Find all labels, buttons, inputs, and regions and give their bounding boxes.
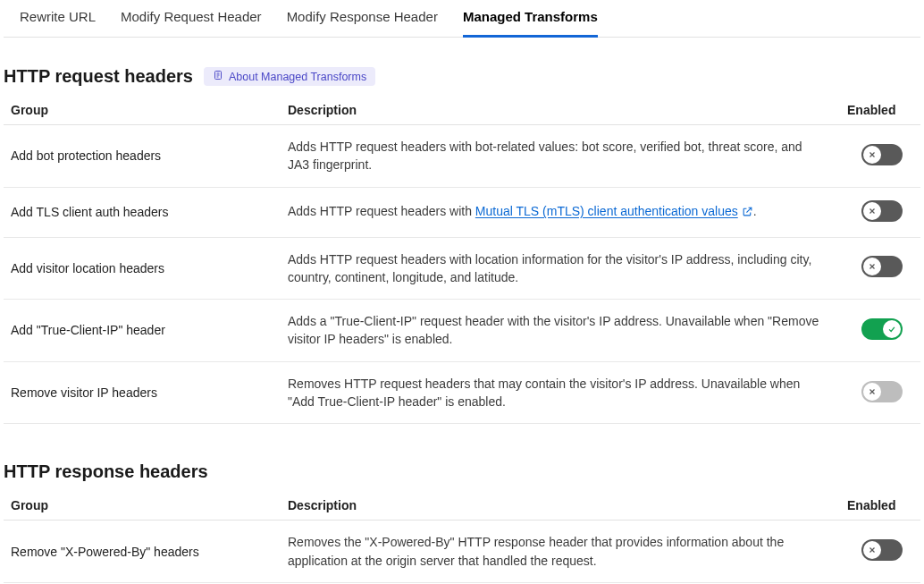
tab-rewrite-url[interactable]: Rewrite URL	[20, 0, 96, 38]
mtls-values-link[interactable]: Mutual TLS (mTLS) client authentication …	[475, 204, 738, 218]
x-icon	[863, 383, 881, 401]
table-row: Remove visitor IP headersRemoves HTTP re…	[4, 361, 920, 424]
section-title-response: HTTP response headers	[4, 461, 208, 482]
external-link-icon	[742, 204, 753, 222]
table-row: Remove "X-Powered-By" headersRemoves the…	[4, 521, 920, 583]
row-enabled	[840, 125, 920, 188]
row-description: Adds HTTP request headers with bot-relat…	[281, 125, 840, 188]
x-icon	[863, 541, 881, 559]
tabs-bar: Rewrite URL Modify Request Header Modify…	[4, 0, 920, 38]
row-description: Adds HTTP request headers with Mutual TL…	[281, 187, 840, 237]
row-group: Add bot protection headers	[4, 125, 281, 188]
row-enabled	[840, 187, 920, 237]
row-description: Removes the "X-Powered-By" HTTP response…	[281, 521, 840, 583]
row-enabled	[840, 237, 920, 300]
table-row: Add visitor location headersAdds HTTP re…	[4, 237, 920, 300]
row-group: Remove visitor IP headers	[4, 361, 281, 424]
tab-modify-response-header[interactable]: Modify Response Header	[287, 0, 438, 38]
row-enabled	[840, 521, 920, 583]
table-row: Add "True-Client-IP" headerAdds a "True-…	[4, 300, 920, 362]
response-headers-table: Group Description Enabled Remove "X-Powe…	[4, 491, 920, 584]
toggle[interactable]	[861, 256, 903, 277]
row-group: Add TLS client auth headers	[4, 187, 281, 237]
x-icon	[863, 146, 881, 164]
col-header-enabled: Enabled	[840, 491, 920, 521]
x-icon	[863, 258, 881, 275]
toggle	[861, 381, 903, 402]
col-header-enabled: Enabled	[840, 96, 920, 125]
row-description: Adds a "True-Client-IP" request header w…	[281, 300, 840, 362]
tab-modify-request-header[interactable]: Modify Request Header	[121, 0, 262, 38]
row-enabled	[840, 361, 920, 424]
row-description: Adds HTTP request headers with location …	[281, 237, 840, 300]
x-icon	[863, 202, 881, 220]
document-icon	[213, 70, 223, 83]
table-row: Add bot protection headersAdds HTTP requ…	[4, 125, 920, 188]
row-description: Removes HTTP request headers that may co…	[281, 361, 840, 424]
row-group: Add "True-Client-IP" header	[4, 300, 281, 362]
check-icon	[883, 320, 901, 338]
toggle[interactable]	[861, 318, 903, 340]
section-title-request: HTTP request headers	[4, 66, 193, 87]
col-header-group: Group	[4, 96, 281, 125]
row-group: Remove "X-Powered-By" headers	[4, 521, 281, 583]
row-enabled	[840, 300, 920, 362]
toggle[interactable]	[861, 539, 903, 561]
table-row: Add TLS client auth headersAdds HTTP req…	[4, 187, 920, 237]
toggle[interactable]	[861, 144, 903, 165]
col-header-description: Description	[281, 96, 840, 125]
col-header-group: Group	[4, 491, 281, 521]
toggle[interactable]	[861, 200, 903, 222]
tab-managed-transforms[interactable]: Managed Transforms	[463, 0, 598, 38]
about-link-label: About Managed Transforms	[229, 71, 366, 83]
col-header-description: Description	[281, 491, 840, 521]
request-headers-table: Group Description Enabled Add bot protec…	[4, 96, 920, 424]
row-group: Add visitor location headers	[4, 237, 281, 300]
about-managed-transforms-link[interactable]: About Managed Transforms	[204, 67, 375, 86]
